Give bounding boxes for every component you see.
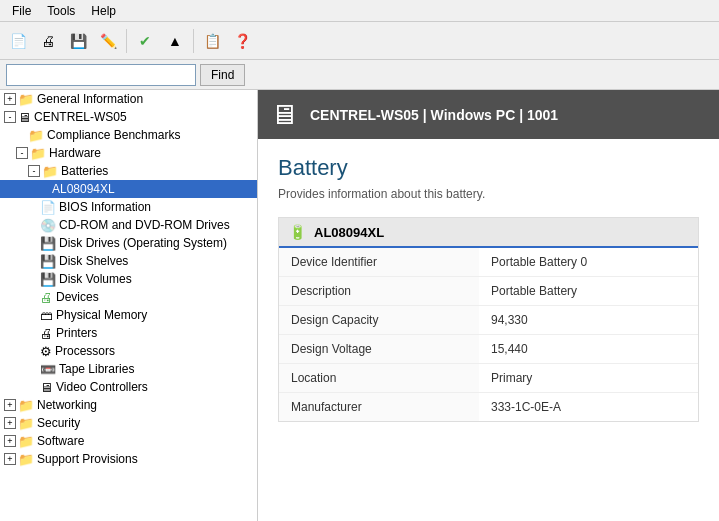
tree-label: Compliance Benchmarks xyxy=(47,128,180,142)
content-title: Battery xyxy=(278,155,699,181)
tree-item-hardware[interactable]: - 📁 Hardware xyxy=(0,144,257,162)
tree-label: CENTREL-WS05 xyxy=(34,110,127,124)
field-value: 333-1C-0E-A xyxy=(479,393,698,422)
tree-item-centrel-ws05[interactable]: - 🖥 CENTREL-WS05 xyxy=(0,108,257,126)
compliance-icon: 📁 xyxy=(28,128,44,143)
tree-item-disk-drives[interactable]: 💾 Disk Drives (Operating System) xyxy=(0,234,257,252)
tree-item-printers[interactable]: 🖨 Printers xyxy=(0,324,257,342)
field-label: Device Identifier xyxy=(279,248,479,277)
content-header: 🖥 CENTREL-WS05 | Windows PC | 1001 xyxy=(258,90,719,139)
networking-icon: 📁 xyxy=(18,398,34,413)
table-row: Location Primary xyxy=(279,364,698,393)
table-row: Design Voltage 15,440 xyxy=(279,335,698,364)
search-input[interactable] xyxy=(6,64,196,86)
tree-label: General Information xyxy=(37,92,143,106)
processors-icon: ⚙ xyxy=(40,344,52,359)
up-icon: ▲ xyxy=(168,33,182,49)
battery-icon: 🔋 xyxy=(289,224,306,240)
tree-label: Security xyxy=(37,416,80,430)
toolbar-check[interactable]: ✔ xyxy=(131,27,159,55)
clipboard-icon: 📋 xyxy=(204,33,221,49)
save-icon: 💾 xyxy=(70,33,87,49)
expand-networking[interactable]: + xyxy=(4,399,16,411)
disk-shelves-icon: 💾 xyxy=(40,254,56,269)
memory-icon: 🗃 xyxy=(40,308,53,323)
expand-hardware[interactable]: - xyxy=(16,147,28,159)
tree-label: Disk Shelves xyxy=(59,254,128,268)
cdrom-icon: 💿 xyxy=(40,218,56,233)
expand-security[interactable]: + xyxy=(4,417,16,429)
expand-centrel[interactable]: - xyxy=(4,111,16,123)
expand-software[interactable]: + xyxy=(4,435,16,447)
tree-item-devices[interactable]: 🖨 Devices xyxy=(0,288,257,306)
menu-file[interactable]: File xyxy=(4,2,39,20)
tree-label: Tape Libraries xyxy=(59,362,134,376)
tree-item-disk-volumes[interactable]: 💾 Disk Volumes xyxy=(0,270,257,288)
toolbar-up[interactable]: ▲ xyxy=(161,27,189,55)
software-icon: 📁 xyxy=(18,434,34,449)
table-row: Design Capacity 94,330 xyxy=(279,306,698,335)
field-label: Description xyxy=(279,277,479,306)
tree-label: Devices xyxy=(56,290,99,304)
toolbar-edit[interactable]: ✏️ xyxy=(94,27,122,55)
toolbar: 📄 🖨 💾 ✏️ ✔ ▲ 📋 ❓ xyxy=(0,22,719,60)
tree-label: Disk Drives (Operating System) xyxy=(59,236,227,250)
battery-section-header: 🔋 AL08094XL xyxy=(279,218,698,248)
menu-help[interactable]: Help xyxy=(83,2,124,20)
battery-folder-icon: 📁 xyxy=(42,164,58,179)
tree-item-bios[interactable]: 📄 BIOS Information xyxy=(0,198,257,216)
toolbar-new[interactable]: 📄 xyxy=(4,27,32,55)
tree-item-disk-shelves[interactable]: 💾 Disk Shelves xyxy=(0,252,257,270)
expand-support[interactable]: + xyxy=(4,453,16,465)
tree-label: Disk Volumes xyxy=(59,272,132,286)
tree-label: Batteries xyxy=(61,164,108,178)
tree-label: Support Provisions xyxy=(37,452,138,466)
field-label: Design Capacity xyxy=(279,306,479,335)
tree-panel: + 📁 General Information - 🖥 CENTREL-WS05… xyxy=(0,90,258,521)
toolbar-print[interactable]: 🖨 xyxy=(34,27,62,55)
info-table: Device Identifier Portable Battery 0 Des… xyxy=(279,248,698,421)
video-icon: 🖥 xyxy=(40,380,53,395)
tree-item-networking[interactable]: + 📁 Networking xyxy=(0,396,257,414)
field-value: 94,330 xyxy=(479,306,698,335)
battery-section-title: AL08094XL xyxy=(314,225,384,240)
field-value: Portable Battery xyxy=(479,277,698,306)
field-value: 15,440 xyxy=(479,335,698,364)
toolbar-help[interactable]: ❓ xyxy=(228,27,256,55)
tree-label: Software xyxy=(37,434,84,448)
searchbar: Find xyxy=(0,60,719,90)
print-icon: 🖨 xyxy=(41,33,55,49)
toolbar-save[interactable]: 💾 xyxy=(64,27,92,55)
field-value: Primary xyxy=(479,364,698,393)
battery-section: 🔋 AL08094XL Device Identifier Portable B… xyxy=(278,217,699,422)
tree-item-general-info[interactable]: + 📁 General Information xyxy=(0,90,257,108)
tree-item-security[interactable]: + 📁 Security xyxy=(0,414,257,432)
tape-icon: 📼 xyxy=(40,362,56,377)
tree-item-cdrom[interactable]: 💿 CD-ROM and DVD-ROM Drives xyxy=(0,216,257,234)
table-row: Manufacturer 333-1C-0E-A xyxy=(279,393,698,422)
find-button[interactable]: Find xyxy=(200,64,245,86)
tree-item-compliance[interactable]: 📁 Compliance Benchmarks xyxy=(0,126,257,144)
tree-item-tape[interactable]: 📼 Tape Libraries xyxy=(0,360,257,378)
tree-item-batteries[interactable]: - 📁 Batteries xyxy=(0,162,257,180)
tree-item-software[interactable]: + 📁 Software xyxy=(0,432,257,450)
bios-icon: 📄 xyxy=(40,200,56,215)
expand-general-info[interactable]: + xyxy=(4,93,16,105)
tree-item-support[interactable]: + 📁 Support Provisions xyxy=(0,450,257,468)
menu-tools[interactable]: Tools xyxy=(39,2,83,20)
header-title: CENTREL-WS05 | Windows PC | 1001 xyxy=(310,107,558,123)
field-label: Design Voltage xyxy=(279,335,479,364)
toolbar-sep-2 xyxy=(193,29,194,53)
printers-icon: 🖨 xyxy=(40,326,53,341)
content-description: Provides information about this battery. xyxy=(278,187,699,201)
tree-item-physical-memory[interactable]: 🗃 Physical Memory xyxy=(0,306,257,324)
tree-item-video[interactable]: 🖥 Video Controllers xyxy=(0,378,257,396)
table-row: Device Identifier Portable Battery 0 xyxy=(279,248,698,277)
tree-item-processors[interactable]: ⚙ Processors xyxy=(0,342,257,360)
expand-batteries[interactable]: - xyxy=(28,165,40,177)
edit-icon: ✏️ xyxy=(100,33,117,49)
tree-label: CD-ROM and DVD-ROM Drives xyxy=(59,218,230,232)
toolbar-clipboard[interactable]: 📋 xyxy=(198,27,226,55)
header-computer-icon: 🖥 xyxy=(270,98,298,131)
tree-item-al08094xl[interactable]: AL08094XL xyxy=(0,180,257,198)
